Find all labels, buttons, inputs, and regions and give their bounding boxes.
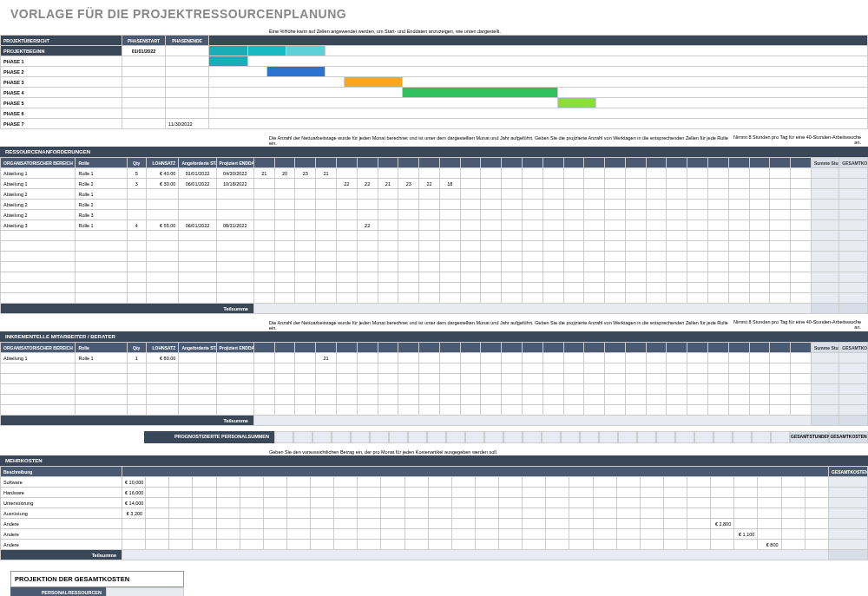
proj-personnel: PERSONALRESSOURCEN INSGESAMT <box>10 587 106 596</box>
req-header: RESSOURCENANFORDERUNGEN <box>0 147 868 157</box>
table-row <box>1 395 868 405</box>
phase-label: PHASE 5 <box>1 98 122 108</box>
table-row: Abteilung 2Rolle 1 <box>1 189 868 200</box>
projection-box: PROJEKTION DER GESAMTKOSTEN PERSONALRESS… <box>10 571 184 596</box>
phase-label: PHASE 1 <box>1 56 122 67</box>
table-row <box>1 363 868 374</box>
table-row: Abteilung 3Rolle 14€ 55.0006/01/202208/3… <box>1 220 868 231</box>
table-row <box>1 241 868 252</box>
table-row: Abteilung 1Rolle 11€ 80.0021 <box>1 353 868 363</box>
total-hours: GESAMTSTUNDEN <box>790 431 829 443</box>
project-begin-label: PROJEKTBEGINN <box>1 46 122 56</box>
table-row: Abteilung 1Rolle 15€ 40.0001/01/202204/3… <box>1 168 868 179</box>
table-row <box>1 272 868 283</box>
costs-table: Beschreibung GESAMTKOSTEN Software€ 10,0… <box>0 466 868 560</box>
req-note: Die Anzahl der Nettoarbeitstage wurde fü… <box>0 134 728 147</box>
table-row <box>1 262 868 272</box>
inc-note-right: Nimmt 8 Stunden pro Tag für eine 40-Stun… <box>728 319 868 331</box>
forecast-label: PROGNOSTIZIERTE PERSONALSUMMEN <box>144 431 274 443</box>
costs-header: MEHRKOSTEN <box>0 455 868 466</box>
table-row <box>1 384 868 395</box>
table-row <box>1 231 868 241</box>
req-note-right: Nimmt 8 Stunden pro Tag für eine 40-Stun… <box>728 134 868 147</box>
col-desc: Beschreibung <box>1 467 122 477</box>
phase-label: PHASE 2 <box>1 67 122 77</box>
subtotal-label: Teilsumme <box>1 304 254 314</box>
table-row: Abteilung 2Rolle 3 <box>1 210 868 220</box>
table-row <box>1 283 868 293</box>
table-row: Ausrüstung€ 3,200 <box>1 508 868 519</box>
gantt-bar <box>266 67 325 77</box>
total-cost: GESAMTKOSTEN <box>829 431 868 443</box>
col-total: GESAMTKOSTEN <box>829 467 868 477</box>
subtotal-label: Teilsumme <box>1 550 122 560</box>
page-title: VORLAGE FÜR DIE PROJEKTRESSOURCENPLANUNG <box>0 0 868 28</box>
table-row: Andere€ 2,800 <box>1 519 868 529</box>
table-row: Abteilung 1Rolle 23€ 30.0006/01/202210/1… <box>1 179 868 189</box>
table-row: Andere€ 800 <box>1 540 868 550</box>
table-row: Software€ 10,000 <box>1 477 868 488</box>
gantt-bar <box>209 46 248 56</box>
req-table: ORGANISATORISCHER BEREICHRolleQtyLOHNSAT… <box>0 157 868 314</box>
inc-note: Die Anzahl der Nettoarbeitstage wurde fü… <box>0 319 728 331</box>
overview-table: PROJEKTÜBERSICHT PHASENSTART PHASENENDE … <box>0 35 868 129</box>
forecast-row: PROGNOSTIZIERTE PERSONALSUMMEN GESAMTSTU… <box>0 431 868 443</box>
table-row: Hardware€ 16,000 <box>1 488 868 498</box>
phase-label: PHASE 6 <box>1 108 122 119</box>
table-row <box>1 293 868 304</box>
inc-header: INKREMENTELLE MITARBEITER / BERATER <box>0 331 868 342</box>
phase-label: PHASE 4 <box>1 88 122 98</box>
table-row: Andere€ 1,100 <box>1 529 868 540</box>
col-phase-start: PHASENSTART <box>122 36 166 46</box>
inc-table: ORGANISATORISCHER BEREICHRolleQtyLOHNSAT… <box>0 342 868 426</box>
subtotal-label: Teilsumme <box>1 416 254 426</box>
table-row <box>1 252 868 262</box>
project-begin-date[interactable]: 01/01/2022 <box>122 46 166 56</box>
gantt-bar <box>403 88 558 98</box>
gantt-bar <box>345 77 403 88</box>
table-row <box>1 405 868 416</box>
gantt-bar <box>209 56 248 67</box>
table-row <box>1 374 868 384</box>
gantt-bar <box>247 46 286 56</box>
projection-title: PROJEKTION DER GESAMTKOSTEN <box>10 571 184 587</box>
table-row: Abteilung 2Rolle 2 <box>1 200 868 210</box>
phase-label: PHASE 3 <box>1 77 122 88</box>
gantt-note: Eine %Höhe kann auf Zellen angewendet we… <box>0 28 868 35</box>
gantt-bar <box>557 98 596 108</box>
phase-label: PHASE 7 <box>1 119 122 129</box>
col-phase-end: PHASENENDE <box>166 36 209 46</box>
cost-note: Geben Sie den voraussichtlichen Betrag e… <box>0 449 868 455</box>
overview-header: PROJEKTÜBERSICHT <box>1 36 122 46</box>
table-row: Unterstützung€ 14,000 <box>1 498 868 508</box>
